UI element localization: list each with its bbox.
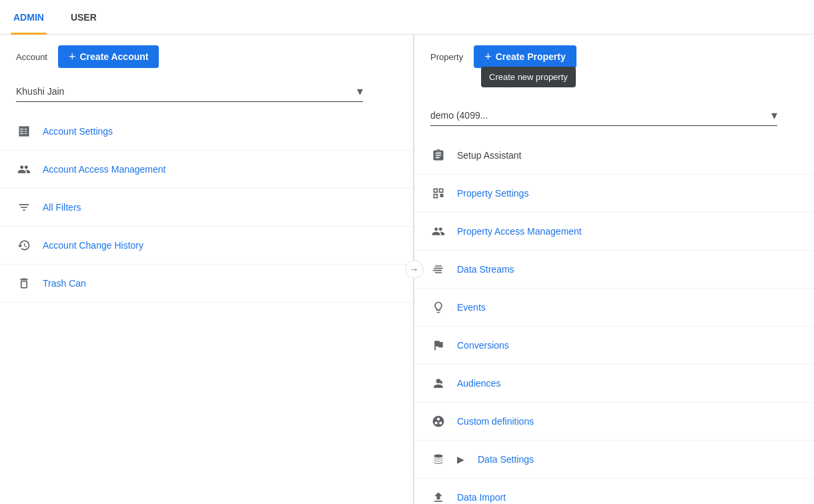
property-dropdown-value: demo (4099... (430, 110, 488, 121)
sidebar-item-setup-assistant[interactable]: Setup Assistant (414, 137, 814, 175)
filter-icon (16, 199, 32, 215)
sidebar-item-property-access[interactable]: Property Access Management (414, 213, 814, 251)
events-label: Events (457, 302, 486, 313)
custom-definitions-icon (430, 413, 446, 429)
sidebar-item-account-history[interactable]: Account Change History (0, 227, 413, 265)
create-property-label: Create Property (496, 51, 566, 62)
data-settings-icon (430, 451, 446, 467)
streams-icon (430, 261, 446, 277)
account-dropdown-value: Khushi Jain (16, 86, 64, 97)
svg-point-0 (434, 455, 442, 458)
trash-can-label: Trash Can (43, 278, 86, 289)
create-account-label: Create Account (80, 51, 149, 62)
account-settings-label: Account Settings (43, 126, 113, 137)
tab-user[interactable]: USER (68, 0, 99, 35)
property-dropdown[interactable]: demo (4099... ▾ (430, 105, 777, 126)
property-access-label: Property Access Management (457, 226, 582, 237)
import-icon (430, 489, 446, 504)
sidebar-item-data-streams[interactable]: Data Streams (414, 251, 814, 289)
account-access-label: Account Access Management (43, 164, 165, 175)
sidebar-item-events[interactable]: Events (414, 289, 814, 327)
people-icon (16, 161, 32, 177)
account-dropdown-row: Khushi Jain ▾ (0, 79, 413, 113)
center-arrow-icon: → (405, 260, 424, 279)
building-icon (16, 123, 32, 139)
custom-definitions-label: Custom definitions (457, 416, 534, 427)
clipboard-icon (430, 147, 446, 163)
audiences-icon (430, 375, 446, 391)
property-chevron-down-icon: ▾ (771, 108, 777, 123)
account-dropdown[interactable]: Khushi Jain ▾ (16, 81, 363, 102)
property-label: Property (430, 52, 463, 62)
property-menu-list: Setup Assistant Property Settings Proper… (414, 137, 814, 504)
top-navigation: ADMIN USER (0, 0, 814, 35)
chevron-down-icon: ▾ (357, 84, 363, 99)
sidebar-item-data-import[interactable]: Data Import (414, 479, 814, 504)
account-history-label: Account Change History (43, 240, 143, 251)
all-filters-label: All Filters (43, 202, 81, 213)
plus-icon: + (69, 51, 76, 63)
sidebar-item-account-settings[interactable]: Account Settings (0, 113, 413, 151)
sidebar-item-data-settings[interactable]: ▶ Data Settings (414, 441, 814, 479)
expand-arrow-icon: ▶ (457, 454, 464, 465)
trash-icon (16, 275, 32, 291)
sidebar-item-conversions[interactable]: Conversions (414, 327, 814, 365)
create-property-button[interactable]: + Create Property (474, 45, 576, 68)
main-content: Account + Create Account Khushi Jain ▾ A… (0, 35, 814, 504)
history-icon (16, 237, 32, 253)
plus-icon-property: + (484, 51, 492, 63)
property-dropdown-row: demo (4099... ▾ (414, 81, 814, 137)
events-icon (430, 299, 446, 315)
property-people-icon (430, 223, 446, 239)
data-import-label: Data Import (457, 492, 506, 503)
property-settings-icon (430, 185, 446, 201)
sidebar-item-account-access[interactable]: Account Access Management (0, 151, 413, 189)
setup-assistant-label: Setup Assistant (457, 150, 522, 161)
right-panel: Property + Create Property Create new pr… (414, 35, 814, 504)
property-header-row: Property + Create Property (430, 45, 798, 68)
data-streams-label: Data Streams (457, 264, 514, 275)
create-new-property-tooltip: Create new property (481, 67, 576, 87)
sidebar-item-audiences[interactable]: Audiences (414, 365, 814, 403)
conversions-icon (430, 337, 446, 353)
property-settings-label: Property Settings (457, 188, 528, 199)
sidebar-item-custom-definitions[interactable]: Custom definitions (414, 403, 814, 441)
tab-admin[interactable]: ADMIN (11, 0, 47, 35)
conversions-label: Conversions (457, 340, 509, 351)
sidebar-item-trash-can[interactable]: Trash Can (0, 265, 413, 303)
account-label: Account (16, 52, 47, 62)
sidebar-item-property-settings[interactable]: Property Settings (414, 175, 814, 213)
property-header-area: Property + Create Property Create new pr… (414, 35, 814, 81)
left-panel: Account + Create Account Khushi Jain ▾ A… (0, 35, 414, 504)
audiences-label: Audiences (457, 378, 500, 389)
sidebar-item-all-filters[interactable]: All Filters (0, 189, 413, 227)
account-menu-list: Account Settings Account Access Manageme… (0, 113, 413, 303)
data-settings-label: Data Settings (478, 454, 534, 465)
create-account-button[interactable]: + Create Account (58, 45, 159, 68)
account-header: Account + Create Account (0, 35, 413, 79)
